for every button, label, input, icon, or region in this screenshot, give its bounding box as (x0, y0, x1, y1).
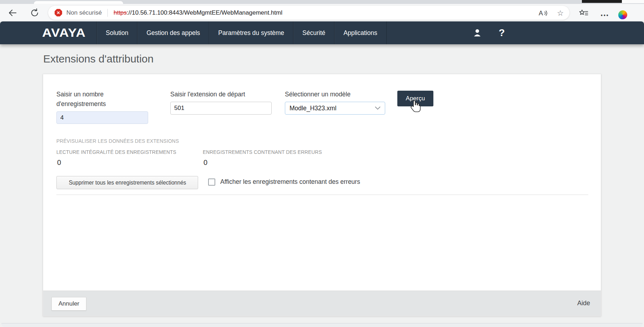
window-light-edge (622, 0, 644, 3)
template-label: Sélectionner un modèle (285, 90, 385, 99)
nav-item-gestion-des-appels[interactable]: Gestion des appels (137, 21, 209, 44)
address-bar[interactable]: ✕ Non sécurisé https://10.56.71.100:8443… (48, 5, 570, 20)
stat-error-records-label: ENREGISTREMENTS CONTENANT DES ERREURS (203, 149, 338, 155)
records-label: Saisir un nombre d'enregistrements (56, 90, 139, 109)
app-navbar: AVAYA Solution Gestion des appels Paramè… (0, 21, 644, 44)
chevron-down-icon (375, 106, 381, 110)
browser-menu-icon[interactable]: ••• (601, 12, 609, 18)
page-url[interactable]: https://10.56.71.100:8443/WebMgmtEE/WebM… (114, 9, 282, 16)
window-bottom-edge (1, 323, 643, 327)
browser-tab-strip (0, 0, 644, 4)
preview-button[interactable]: Aperçu (397, 91, 433, 106)
delete-selected-records-button[interactable]: Supprimer tous les enregistrements sélec… (56, 176, 198, 189)
url-rest: ://10.56.71.100:8443/WebMgmtEE/WebManage… (127, 9, 282, 16)
records-field-group: Saisir un nombre d'enregistrements (56, 90, 139, 124)
read-aloud-icon[interactable]: A (538, 9, 548, 17)
svg-text:A: A (539, 10, 543, 17)
main-panel: Saisir un nombre d'enregistrements Saisi… (43, 74, 601, 316)
panel-footer: Annuler Aide (43, 291, 601, 316)
nav-item-parametres-du-systeme[interactable]: Paramètres du système (209, 21, 293, 44)
records-input[interactable] (56, 111, 148, 124)
stat-error-records-value: 0 (203, 159, 207, 167)
browser-toolbar: ✕ Non sécurisé https://10.56.71.100:8443… (0, 4, 644, 21)
copilot-icon[interactable] (618, 10, 627, 19)
cancel-button[interactable]: Annuler (51, 297, 86, 311)
template-field-group: Sélectionner un modèle Modle_H323.xml (285, 90, 385, 115)
preview-section-title: PRÉVISUALISER LES DONNÉES DES EXTENSIONS (56, 138, 196, 144)
address-divider (107, 9, 108, 17)
window-dark-edge (582, 0, 622, 3)
template-select[interactable]: Modle_H323.xml (285, 102, 385, 115)
screen: ✕ Non sécurisé https://10.56.71.100:8443… (0, 0, 644, 327)
user-icon[interactable] (472, 28, 482, 38)
back-icon[interactable] (8, 8, 17, 17)
page-title: Extensions d'attribution (43, 53, 154, 65)
template-select-value: Modle_H323.xml (290, 105, 336, 112)
url-scheme: https (114, 9, 127, 16)
section-divider (56, 195, 588, 195)
help-icon[interactable]: ? (499, 27, 505, 39)
nav-item-solution[interactable]: Solution (96, 21, 137, 44)
not-secure-badge-icon[interactable]: ✕ (55, 9, 62, 16)
refresh-icon[interactable] (30, 8, 39, 17)
active-tab-edge[interactable] (34, 1, 123, 4)
favorites-bar-icon[interactable] (579, 9, 588, 18)
extension-field-group: Saisir l'extension de départ (170, 90, 272, 115)
nav-item-securite[interactable]: Sécurité (293, 21, 334, 44)
nav-item-applications[interactable]: Applications (334, 21, 386, 44)
show-errors-label: Afficher les enregistrements contenant d… (220, 178, 360, 186)
stat-total-records-value: 0 (57, 159, 61, 167)
avaya-logo[interactable]: AVAYA (42, 26, 86, 40)
extension-input[interactable] (170, 102, 272, 115)
help-link[interactable]: Aide (577, 300, 590, 307)
stat-total-records-label: LECTURE INTÉGRALITÉ DES ENREGISTREMENTS (56, 149, 193, 155)
extension-label: Saisir l'extension de départ (170, 90, 272, 99)
favorite-star-icon[interactable]: ☆ (557, 9, 564, 17)
security-label[interactable]: Non sécurisé (66, 9, 102, 16)
show-errors-checkbox[interactable] (208, 178, 215, 186)
nav-items: Solution Gestion des appels Paramètres d… (96, 21, 386, 44)
